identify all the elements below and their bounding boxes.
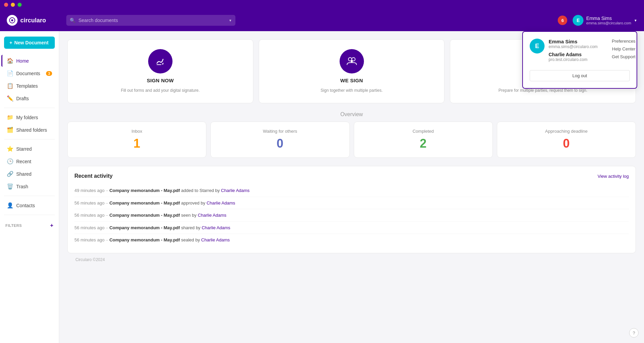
- traffic-light-red[interactable]: [4, 3, 8, 7]
- activity-action-4: sealed by: [181, 237, 201, 242]
- sidebar-divider-3: [4, 196, 55, 196]
- filters-add-button[interactable]: +: [50, 222, 53, 229]
- waiting-value: 0: [217, 136, 342, 151]
- we-sign-card[interactable]: WE SIGN Sign together with multiple part…: [259, 39, 445, 103]
- documents-badge: 3: [46, 71, 52, 76]
- activity-filename-1: Company memorandum - May.pdf: [109, 200, 180, 206]
- activity-item-0: 49 minutes ago – Company memorandum - Ma…: [74, 185, 629, 197]
- search-icon: 🔍: [70, 18, 75, 23]
- help-icon[interactable]: ?: [629, 328, 639, 338]
- search-input[interactable]: [66, 15, 235, 26]
- filters-section: FILTERS +: [0, 218, 59, 230]
- sidebar-item-contacts[interactable]: 👤 Contacts: [1, 199, 58, 211]
- dropdown-link-preferences[interactable]: Preferences: [602, 39, 636, 44]
- sidebar-item-drafts[interactable]: ✏️ Drafts: [1, 92, 58, 104]
- activity-time-2: 56 minutes ago: [74, 213, 105, 218]
- sidebar-item-trash[interactable]: 🗑️ Trash: [1, 180, 58, 192]
- activity-filename-3: Company memorandum - May.pdf: [109, 225, 180, 230]
- new-document-button[interactable]: + New Document: [4, 37, 55, 49]
- logout-button[interactable]: Log out: [530, 70, 630, 81]
- user-menu-trigger[interactable]: E Emma Sims emma.sims@circularo.com ▼: [573, 15, 637, 26]
- activity-item-2: 56 minutes ago – Company memorandum - Ma…: [74, 209, 629, 222]
- sidebar-label-starred: Starred: [16, 146, 32, 152]
- sidebar-item-my-folders[interactable]: 📁 My folders: [1, 111, 58, 123]
- view-activity-log-link[interactable]: View activity log: [598, 174, 629, 179]
- sign-now-icon: [148, 49, 172, 73]
- sidebar-label-contacts: Contacts: [16, 203, 35, 208]
- we-sign-desc: Sign together with multiple parties.: [321, 87, 383, 93]
- traffic-light-green[interactable]: [18, 3, 22, 7]
- profile-dropdown: E Emma Sims emma.sims@circularo.com Char…: [522, 31, 637, 89]
- completed-value: 2: [361, 136, 486, 151]
- deadline-value: 0: [504, 136, 629, 151]
- overview-card-completed[interactable]: Completed 2: [354, 122, 493, 158]
- sidebar-label-home: Home: [16, 58, 29, 64]
- header: circularo 🔍 ▼ 6 E Emma Sims emma.sims@ci…: [0, 9, 644, 31]
- dropdown-profile-row: E Emma Sims emma.sims@circularo.com Char…: [530, 39, 630, 62]
- sidebar-label-recent: Recent: [16, 159, 31, 164]
- shared-folders-icon: 🗂️: [7, 127, 13, 133]
- trash-icon: 🗑️: [7, 183, 13, 190]
- sidebar-label-trash: Trash: [16, 184, 28, 189]
- sidebar-item-templates[interactable]: 📋 Templates: [1, 80, 58, 92]
- activity-actor-0: Charlie Adams: [221, 188, 250, 193]
- waiting-label: Waiting for others: [217, 129, 342, 134]
- inbox-value: 1: [74, 136, 199, 151]
- notification-badge[interactable]: 6: [558, 16, 567, 25]
- activity-item-3: 56 minutes ago – Company memorandum - Ma…: [74, 222, 629, 234]
- sign-now-card[interactable]: SIGN NOW Fill out forms and add your dig…: [67, 39, 253, 103]
- contacts-icon: 👤: [7, 202, 13, 209]
- sidebar-item-shared[interactable]: 🔗 Shared: [1, 168, 58, 180]
- footer-text: Circularo ©2024: [75, 257, 105, 262]
- recent-activity-section: Recent activity View activity log 49 min…: [67, 166, 636, 253]
- home-icon: 🏠: [7, 58, 13, 64]
- overview-card-inbox[interactable]: Inbox 1: [67, 122, 206, 158]
- search-bar[interactable]: 🔍 ▼: [66, 15, 235, 26]
- activity-filename-0: Company memorandum - May.pdf: [109, 188, 180, 193]
- activity-action-0: added to Starred by: [181, 188, 221, 193]
- activity-time-3: 56 minutes ago: [74, 225, 105, 230]
- filters-label: FILTERS: [5, 223, 22, 228]
- user-name-wrap: Emma Sims emma.sims@circularo.com: [586, 16, 631, 25]
- activity-item-1: 56 minutes ago – Company memorandum - Ma…: [74, 197, 629, 210]
- sidebar: + New Document 🏠 Home 📄 Documents 3 📋 Te…: [0, 31, 59, 343]
- overview-card-deadline[interactable]: Approaching deadline 0: [497, 122, 636, 158]
- logo-area: circularo: [7, 15, 61, 26]
- drafts-icon: ✏️: [7, 95, 13, 102]
- recent-activity-title: Recent activity: [74, 173, 113, 179]
- plus-icon: +: [9, 40, 12, 45]
- dropdown-user-info: Emma Sims emma.sims@circularo.com Charli…: [549, 39, 598, 62]
- we-sign-title: WE SIGN: [340, 78, 363, 83]
- overview-card-waiting[interactable]: Waiting for others 0: [210, 122, 349, 158]
- dropdown-primary-name: Emma Sims: [549, 39, 598, 44]
- overview-title: Overview: [67, 111, 636, 117]
- sidebar-label-shared-folders: Shared folders: [16, 127, 47, 133]
- traffic-light-yellow[interactable]: [11, 3, 15, 7]
- sidebar-label-shared: Shared: [16, 171, 31, 177]
- sidebar-divider-2: [4, 139, 55, 140]
- sidebar-item-documents[interactable]: 📄 Documents 3: [1, 67, 58, 79]
- documents-icon: 📄: [7, 70, 13, 77]
- user-avatar: E: [573, 15, 583, 26]
- chevron-down-icon: ▼: [634, 19, 637, 22]
- overview-cards: Inbox 1 Waiting for others 0 Completed 2…: [67, 122, 636, 158]
- sidebar-label-templates: Templates: [16, 83, 38, 89]
- sidebar-label-documents: Documents: [16, 71, 40, 76]
- shared-icon: 🔗: [7, 171, 13, 177]
- dropdown-avatar: E: [530, 39, 545, 53]
- sidebar-divider-1: [4, 108, 55, 108]
- dropdown-link-help-center[interactable]: Help Center: [602, 46, 636, 51]
- activity-actor-4: Charlie Adams: [201, 237, 230, 242]
- activity-time-0: 49 minutes ago: [74, 188, 105, 193]
- activity-time-4: 56 minutes ago: [74, 237, 105, 242]
- activity-filename-4: Company memorandum - May.pdf: [109, 237, 180, 242]
- user-display-email: emma.sims@circularo.com: [586, 21, 631, 25]
- dropdown-link-get-support[interactable]: Get Support: [602, 54, 636, 59]
- sidebar-item-starred[interactable]: ⭐ Starred: [1, 143, 58, 155]
- dropdown-secondary-name: Charlie Adams: [549, 52, 598, 57]
- sidebar-item-shared-folders[interactable]: 🗂️ Shared folders: [1, 124, 58, 136]
- we-sign-icon: [340, 49, 364, 73]
- logo-icon: [7, 15, 18, 26]
- sidebar-item-recent[interactable]: 🕒 Recent: [1, 155, 58, 167]
- sidebar-item-home[interactable]: 🏠 Home: [1, 55, 58, 67]
